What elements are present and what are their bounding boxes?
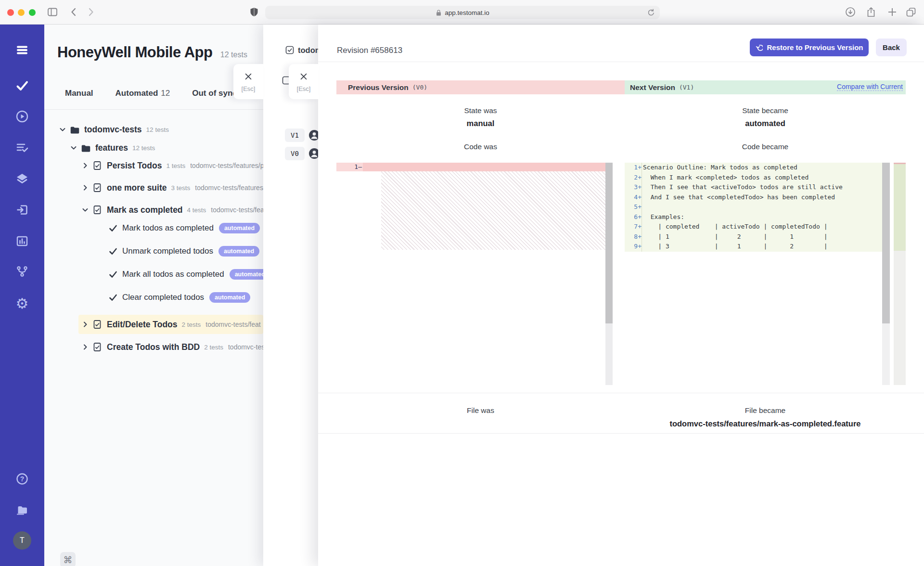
- chevron-right-icon[interactable]: [81, 343, 89, 351]
- help-icon[interactable]: ?: [16, 473, 28, 485]
- lock-icon: [436, 9, 442, 16]
- compare-with-current-link[interactable]: Compare with Current: [837, 83, 903, 91]
- analytics-icon[interactable]: [16, 235, 28, 247]
- test-check-icon: [109, 270, 117, 279]
- test-check-icon: [109, 224, 117, 232]
- branch-icon[interactable]: [16, 265, 28, 278]
- suite-name: Edit/Delete Todos: [107, 320, 178, 330]
- tree-test-mark-todos-as-completed[interactable]: Mark todos as completed automated: [109, 220, 260, 236]
- close-icon[interactable]: [244, 72, 253, 81]
- tree-folder-todomvc-tests[interactable]: todomvc-tests 12 tests: [59, 121, 169, 138]
- suite-file-icon: [92, 183, 102, 193]
- keyboard-shortcut-hint[interactable]: ⌘: [60, 552, 76, 566]
- tab-automated[interactable]: Automated12: [116, 89, 170, 98]
- projects-folder-icon[interactable]: [16, 503, 28, 516]
- forward-icon[interactable]: [85, 7, 96, 17]
- chevron-down-icon[interactable]: [59, 126, 66, 133]
- code-line: 9+ | 3 | 1 | 2 |: [625, 242, 882, 252]
- minimize-window-button[interactable]: [18, 9, 25, 16]
- share-icon[interactable]: [866, 7, 876, 17]
- settings-gear-icon[interactable]: ⚙: [16, 297, 28, 310]
- test-name: Clear completed todos: [122, 293, 204, 302]
- tree-test-mark-all-todos-as-completed[interactable]: Mark all todos as completed automated: [109, 266, 263, 283]
- state-became-label: State became: [625, 106, 906, 115]
- close-icon[interactable]: [299, 72, 308, 81]
- zoom-window-button[interactable]: [29, 9, 36, 16]
- privacy-shield-icon[interactable]: [249, 7, 259, 17]
- tab-out-of-sync[interactable]: Out of sync: [192, 89, 237, 98]
- previous-version-header: Previous Version (V0): [336, 80, 625, 94]
- back-icon[interactable]: [69, 7, 79, 17]
- previous-version-tag: (V0): [412, 84, 427, 91]
- checkbox-checked-icon: [285, 45, 295, 55]
- diff-removed-placeholder: [381, 171, 605, 250]
- suite-file-icon: [92, 161, 102, 170]
- suite-count: 2 tests: [182, 321, 201, 328]
- tab-manual[interactable]: Manual: [65, 89, 93, 98]
- project-tests-count: 12 tests: [220, 51, 247, 59]
- refresh-icon[interactable]: [647, 8, 655, 17]
- suite-path: todomvc-tests/feat: [205, 321, 260, 328]
- restore-previous-version-button[interactable]: Restore to Previous Version: [750, 39, 869, 56]
- diff-left-scrollbar[interactable]: [605, 163, 613, 385]
- section-divider: [318, 393, 924, 393]
- chevron-right-icon[interactable]: [81, 162, 89, 169]
- folder-icon: [81, 143, 91, 153]
- suite-file-icon: [92, 342, 102, 352]
- tab-overview-icon[interactable]: [906, 7, 916, 17]
- sidebar-toggle-icon[interactable]: [47, 7, 58, 17]
- state-was-label: State was: [336, 106, 625, 115]
- svg-text:?: ?: [20, 475, 25, 483]
- close-suite-panel-button[interactable]: [Esc]: [233, 64, 263, 99]
- view-tabs: Manual Automated12 Out of sync: [65, 89, 237, 98]
- version-v1-badge[interactable]: V1: [285, 129, 305, 142]
- new-tab-icon[interactable]: [887, 7, 898, 17]
- scrollbar-thumb[interactable]: [605, 163, 613, 323]
- tree-test-clear-completed-todos[interactable]: Clear completed todos automated: [109, 289, 250, 306]
- tree-suite-mark-as-completed[interactable]: Mark as completed 4 tests todomvc-tests/…: [81, 202, 263, 218]
- close-revision-panel-button[interactable]: [Esc]: [289, 64, 319, 99]
- suite-count: 3 tests: [171, 184, 190, 192]
- suite-count: 4 tests: [187, 206, 206, 214]
- tree-suite-edit-delete-todos[interactable]: Edit/Delete Todos 2 tests todomvc-tests/…: [78, 315, 263, 334]
- state-became-value: automated: [625, 119, 906, 128]
- tree-suite-persist-todos[interactable]: Persist Todos 1 tests todomvc-tests/feat…: [81, 157, 263, 174]
- chevron-down-icon[interactable]: [70, 144, 77, 152]
- test-name: Mark todos as completed: [122, 223, 214, 233]
- suite-file-icon: [92, 320, 102, 329]
- close-window-button[interactable]: [7, 9, 14, 16]
- tree-suite-create-todos-with-bdd[interactable]: Create Todos with BDD 2 tests todomvc-te…: [81, 339, 263, 355]
- menu-icon[interactable]: [16, 44, 28, 56]
- code-line: 1+Scenario Outline: Mark todos as comple…: [625, 163, 882, 173]
- automated-badge: automated: [219, 223, 260, 233]
- run-play-icon[interactable]: [16, 110, 28, 123]
- import-icon[interactable]: [16, 204, 28, 216]
- suite-name: one more suite: [107, 183, 167, 193]
- tree-folder-features[interactable]: features 12 tests: [70, 140, 155, 156]
- diff-right-scrollbar[interactable]: [882, 163, 890, 385]
- minimap-added-mark: [894, 164, 906, 251]
- downloads-icon[interactable]: [845, 7, 856, 17]
- scrollbar-thumb[interactable]: [882, 163, 890, 323]
- version-v0-badge[interactable]: V0: [285, 147, 305, 160]
- test-plans-icon[interactable]: [16, 142, 28, 154]
- tree-test-unmark-completed-todos[interactable]: Unmark completed todos automated: [109, 243, 259, 259]
- address-bar[interactable]: app.testomat.io: [265, 6, 660, 19]
- esc-label: [Esc]: [233, 85, 263, 92]
- test-check-icon: [109, 247, 117, 256]
- layers-icon[interactable]: [16, 172, 28, 185]
- chevron-down-icon[interactable]: [81, 206, 89, 214]
- code-was-label: Code was: [336, 142, 625, 151]
- automated-badge: automated: [209, 292, 250, 303]
- folder-count: 12 tests: [146, 126, 169, 133]
- back-button[interactable]: Back: [876, 39, 907, 56]
- user-avatar[interactable]: T: [13, 531, 31, 550]
- page-title: HoneyWell Mobile App: [57, 44, 212, 61]
- diff-removed-line: 1—: [336, 163, 605, 171]
- tree-suite-one-more-suite[interactable]: one more suite 3 tests todomvc-tests/fea…: [81, 180, 263, 196]
- diff-minimap[interactable]: [894, 163, 906, 385]
- chevron-right-icon[interactable]: [81, 321, 89, 328]
- chevron-right-icon[interactable]: [81, 184, 89, 192]
- tests-check-icon[interactable]: [16, 79, 28, 92]
- file-became-value: todomvc-tests/features/mark-as-completed…: [625, 419, 906, 428]
